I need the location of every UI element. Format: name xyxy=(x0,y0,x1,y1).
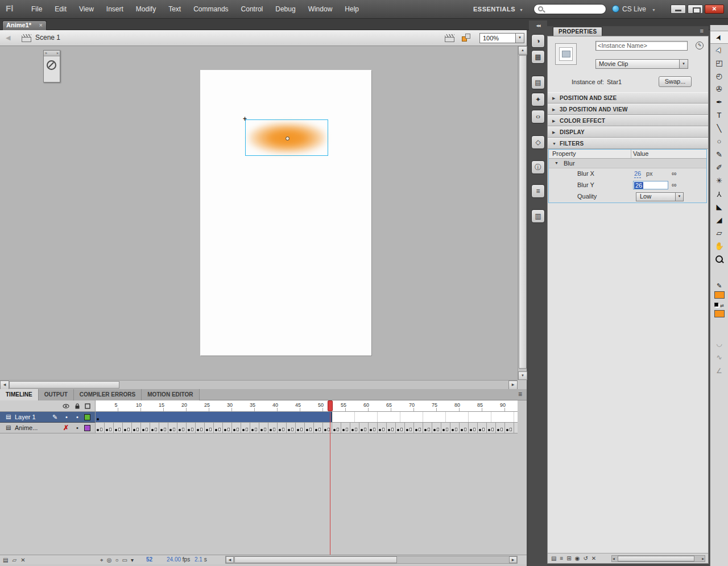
keyframe-cell[interactable] xyxy=(341,423,350,433)
reset-filter-icon[interactable]: ↺ xyxy=(583,554,588,563)
horizontal-scroll-thumb[interactable] xyxy=(9,381,119,389)
keyframe-cell[interactable] xyxy=(359,423,369,433)
keyframe-cell[interactable] xyxy=(460,423,469,433)
edit-multiple-frames-icon[interactable]: ▭ xyxy=(122,556,127,564)
elapsed-time[interactable]: 2.1 s xyxy=(195,555,207,564)
search-input[interactable] xyxy=(545,5,602,13)
document-tab[interactable]: Anime1* × xyxy=(2,20,47,30)
floating-panel-header[interactable]: » × xyxy=(44,51,60,56)
lock-dot-icon[interactable]: • xyxy=(76,423,78,433)
enable-filter-icon[interactable]: ◉ xyxy=(575,554,580,563)
keyframe-cell[interactable] xyxy=(305,423,314,433)
snap-to-objects-icon[interactable]: ◡ xyxy=(710,337,728,350)
tab-timeline[interactable]: TIMELINE xyxy=(0,389,39,400)
blur-x-value[interactable]: 26 xyxy=(634,170,641,178)
menu-help[interactable]: Help xyxy=(338,0,365,18)
blur-y-input[interactable]: 26 xyxy=(633,181,668,189)
section-display[interactable]: ▶DISPLAY xyxy=(548,126,708,138)
collapse-dock-icon[interactable]: ◀◀ xyxy=(529,22,547,30)
keyframe-cell[interactable] xyxy=(369,423,378,433)
library-icon[interactable]: ▥ xyxy=(531,209,545,223)
keyframe-cell[interactable] xyxy=(505,423,514,433)
frame-rate[interactable]: 24.00 fps xyxy=(167,555,190,564)
keyframe-cell[interactable] xyxy=(405,423,414,433)
black-white-icon[interactable] xyxy=(714,303,718,307)
hand-tool[interactable]: ✋ xyxy=(710,240,728,253)
layer-outline-color-swatch[interactable] xyxy=(84,414,90,420)
pasteboard[interactable]: » × + xyxy=(0,46,518,380)
scroll-left-icon[interactable]: ◀ xyxy=(613,556,615,561)
filters-scroll-thumb[interactable] xyxy=(618,556,694,561)
clipboard-icon[interactable]: ⊞ xyxy=(566,554,571,563)
layer-outline-color-swatch[interactable] xyxy=(84,425,90,431)
keyframe-cell[interactable] xyxy=(450,423,460,433)
keyframe-cell[interactable] xyxy=(287,423,296,433)
keyframe-cell[interactable] xyxy=(105,423,114,433)
text-tool[interactable]: T xyxy=(710,109,728,122)
panel-menu-icon[interactable]: ≡ xyxy=(700,27,704,34)
edit-class-icon[interactable]: ✎ xyxy=(696,42,704,49)
keyframe-cell[interactable] xyxy=(259,423,268,433)
keyframe-cell[interactable] xyxy=(323,423,332,433)
menu-modify[interactable]: Modify xyxy=(130,0,162,18)
keyframe-cell[interactable] xyxy=(350,423,359,433)
chevron-down-icon[interactable]: ▼ xyxy=(675,193,683,201)
layer1-frame-span[interactable] xyxy=(96,412,332,422)
tab-output[interactable]: OUTPUT xyxy=(39,389,74,400)
panel-menu-icon[interactable]: ≡ xyxy=(518,390,522,398)
delete-filter-icon[interactable]: ✕ xyxy=(592,554,596,563)
eyedropper-tool[interactable]: ◢ xyxy=(710,214,728,227)
minimize-button[interactable] xyxy=(671,5,686,14)
timeline-ruler[interactable]: 51015202530354045505560657075808590 xyxy=(96,400,518,412)
free-transform-tool[interactable]: ◰ xyxy=(710,57,728,70)
scroll-right-icon[interactable]: ▶ xyxy=(508,381,518,390)
keyframe-cell[interactable] xyxy=(132,423,141,433)
keyframe-cell[interactable] xyxy=(196,423,205,433)
keyframe-cell[interactable] xyxy=(96,423,105,433)
bone-tool[interactable]: Y xyxy=(710,188,728,201)
section-position-and-size[interactable]: ▶POSITION AND SIZE xyxy=(548,92,708,104)
keyframe-cell[interactable] xyxy=(205,423,214,433)
section-3d-position-and-view[interactable]: ▶3D POSITION AND VIEW xyxy=(548,104,708,115)
scroll-right-icon[interactable]: ▶ xyxy=(509,556,517,563)
tab-compiler-errors[interactable]: COMPILER ERRORS xyxy=(74,389,142,400)
onion-skin-icon[interactable]: ◎ xyxy=(107,556,112,564)
edit-scene-button[interactable] xyxy=(445,34,454,42)
layer-name[interactable]: Anime... xyxy=(15,423,38,433)
menu-insert[interactable]: Insert xyxy=(100,0,130,18)
floating-panel-tool-icon[interactable] xyxy=(47,60,56,70)
layer1-frames[interactable] xyxy=(96,412,518,423)
pencil-tool[interactable]: ✎ xyxy=(710,148,728,162)
keyframe-cell[interactable] xyxy=(387,423,396,433)
menu-commands[interactable]: Commands xyxy=(187,0,234,18)
quality-dropdown[interactable]: Low ▼ xyxy=(636,192,684,201)
symbol-type-dropdown[interactable]: Movie Clip ▼ xyxy=(595,59,688,69)
tab-close-icon[interactable]: × xyxy=(39,21,43,30)
chevron-down-icon[interactable]: ▼ xyxy=(679,60,688,68)
show-hide-icon[interactable] xyxy=(63,403,69,410)
keyframe-cell[interactable] xyxy=(177,423,187,433)
subselection-tool[interactable]: ➤ xyxy=(710,44,728,57)
keyframe-cell[interactable] xyxy=(469,423,478,433)
menu-text[interactable]: Text xyxy=(162,0,187,18)
outline-view-icon[interactable] xyxy=(84,403,91,410)
layer-name[interactable]: Layer 1 xyxy=(15,412,36,422)
swap-button[interactable]: Swap... xyxy=(659,76,692,87)
oval-tool[interactable]: ○ xyxy=(710,135,728,148)
selection-tool[interactable]: ➤ xyxy=(710,31,728,44)
keyframe-cell[interactable] xyxy=(414,423,423,433)
stage-horizontal-scrollbar[interactable]: ◀ ▶ xyxy=(0,380,518,389)
zoom-level-combo[interactable]: 100% ▼ xyxy=(479,33,524,43)
cs-live-menu[interactable]: CS Live▼ xyxy=(612,0,656,19)
timeline-scroll-thumb[interactable] xyxy=(234,556,397,563)
hidden-x-icon[interactable]: ✗ xyxy=(63,423,69,433)
playhead[interactable] xyxy=(328,400,333,411)
visibility-dot-icon[interactable]: • xyxy=(65,412,68,422)
timeline-horizontal-scrollbar[interactable]: ◀ ▶ xyxy=(225,556,518,564)
keyframe-cell[interactable] xyxy=(314,423,323,433)
scroll-down-icon[interactable]: ▼ xyxy=(518,371,527,380)
lock-dot-icon[interactable]: • xyxy=(76,412,78,422)
deco-tool[interactable]: ✳ xyxy=(710,175,728,188)
section-color-effect[interactable]: ▶COLOR EFFECT xyxy=(548,115,708,126)
eraser-tool[interactable]: ▱ xyxy=(710,227,728,240)
